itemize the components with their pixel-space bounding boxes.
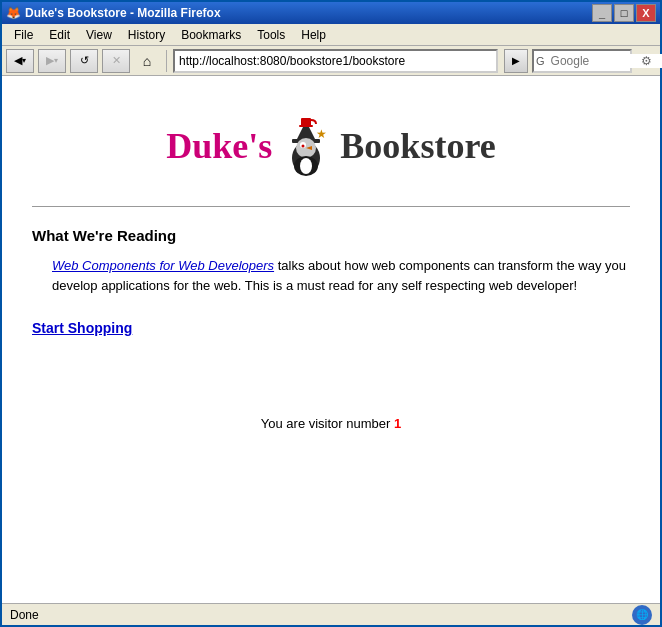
start-shopping-link[interactable]: Start Shopping	[32, 320, 132, 336]
store-name-right: Bookstore	[340, 125, 495, 167]
nav-separator	[166, 50, 167, 72]
search-engine-label: G	[534, 55, 547, 67]
duke-logo: ★	[276, 116, 336, 176]
menu-help[interactable]: Help	[293, 26, 334, 44]
menu-tools[interactable]: Tools	[249, 26, 293, 44]
visitor-prefix: You are visitor number	[261, 416, 394, 431]
svg-rect-7	[301, 118, 311, 126]
reload-icon: ↺	[80, 54, 89, 67]
menu-edit[interactable]: Edit	[41, 26, 78, 44]
store-name-left: Duke's	[166, 125, 272, 167]
home-icon: ⌂	[143, 53, 151, 69]
search-bar[interactable]: G 🔍	[532, 49, 632, 73]
page-content: Duke's	[2, 76, 660, 603]
address-bar[interactable]	[173, 49, 498, 73]
menu-view[interactable]: View	[78, 26, 120, 44]
title-bar: 🦊 Duke's Bookstore - Mozilla Firefox _ □…	[2, 2, 660, 24]
address-input[interactable]	[179, 54, 492, 68]
svg-point-11	[300, 158, 312, 174]
reload-button[interactable]: ↺	[70, 49, 98, 73]
visitor-number: 1	[394, 416, 401, 431]
go-button[interactable]: ▶	[504, 49, 528, 73]
visitor-text: You are visitor number 1	[32, 416, 630, 431]
menu-history[interactable]: History	[120, 26, 173, 44]
stop-icon: ✕	[112, 54, 121, 67]
home-button[interactable]: ⌂	[134, 49, 160, 73]
forward-icon: ▶	[46, 54, 54, 67]
status-bar: Done 🌐	[2, 603, 660, 625]
svg-point-5	[302, 145, 305, 148]
book-description: Web Components for Web Developers talks …	[52, 256, 630, 295]
browser-icon: 🦊	[6, 6, 21, 20]
duke-mascot-svg: ★	[276, 116, 336, 181]
menu-bar: File Edit View History Bookmarks Tools H…	[2, 24, 660, 46]
back-button[interactable]: ◀ ▾	[6, 49, 34, 73]
store-header: Duke's	[32, 96, 630, 186]
header-divider	[32, 206, 630, 207]
menu-file[interactable]: File	[6, 26, 41, 44]
maximize-button[interactable]: □	[614, 4, 634, 22]
close-button[interactable]: X	[636, 4, 656, 22]
title-bar-left: 🦊 Duke's Bookstore - Mozilla Firefox	[6, 6, 221, 20]
window-title: Duke's Bookstore - Mozilla Firefox	[25, 6, 221, 20]
status-text: Done	[10, 608, 39, 622]
browser-window: 🦊 Duke's Bookstore - Mozilla Firefox _ □…	[0, 0, 662, 627]
minimize-button[interactable]: _	[592, 4, 612, 22]
title-controls: _ □ X	[592, 4, 656, 22]
book-link[interactable]: Web Components for Web Developers	[52, 258, 274, 273]
go-icon: ▶	[512, 55, 520, 66]
svg-text:★: ★	[316, 127, 327, 141]
back-dropdown-arrow: ▾	[22, 56, 26, 65]
gear-icon: ⚙	[636, 51, 656, 71]
back-icon: ◀	[14, 54, 22, 67]
stop-button[interactable]: ✕	[102, 49, 130, 73]
forward-dropdown-arrow: ▾	[54, 56, 58, 65]
forward-button[interactable]: ▶ ▾	[38, 49, 66, 73]
section-title: What We're Reading	[32, 227, 630, 244]
svg-rect-8	[299, 125, 313, 127]
menu-bookmarks[interactable]: Bookmarks	[173, 26, 249, 44]
globe-icon: 🌐	[632, 605, 652, 625]
nav-bar: ◀ ▾ ▶ ▾ ↺ ✕ ⌂ ▶ G 🔍 ⚙	[2, 46, 660, 76]
